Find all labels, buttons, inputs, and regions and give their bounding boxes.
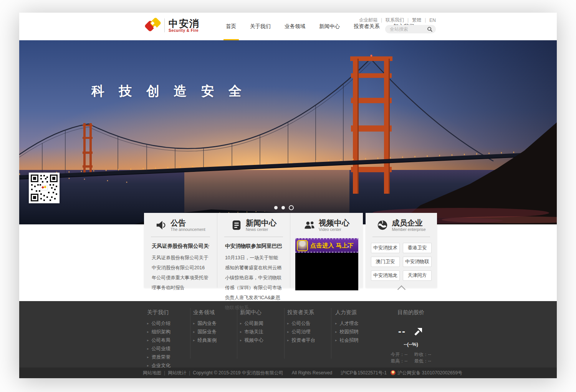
stock-low: 最低：-- xyxy=(414,358,431,364)
rights-text: All Rights Reserved xyxy=(292,370,332,376)
carousel-dots xyxy=(274,205,294,210)
footer-divider xyxy=(190,308,190,359)
carousel-dot-2[interactable] xyxy=(281,206,285,209)
stock-open: 今开：-- xyxy=(391,352,407,357)
police-badge-icon xyxy=(391,370,396,375)
link-enterprise-mail[interactable]: 企业邮箱 xyxy=(359,17,386,23)
speaker-icon xyxy=(156,219,167,231)
footer-link[interactable]: 国内业务 xyxy=(193,320,217,328)
footer-link[interactable]: 国际业务 xyxy=(193,328,217,336)
footer-link[interactable]: 公司治理 xyxy=(287,328,315,336)
member-button-6[interactable]: 天津同方 xyxy=(403,270,432,281)
announcement-header[interactable]: 公告 The announcement xyxy=(144,213,217,232)
nav-item-home[interactable]: 首页 xyxy=(219,13,243,40)
feature-panels: 公告 The announcement 天风证券股份有限公司关于中.. 天风证券… xyxy=(144,213,363,288)
footer-link[interactable]: 市场关注 xyxy=(240,328,263,336)
police-record-link[interactable]: 沪公网安备 31010702002659号 xyxy=(397,370,462,376)
video-header[interactable]: 视频中心 Video center xyxy=(290,213,363,232)
page-card: 中安消 Security & Fire 首页 关于我们 业务领域 新闻中心 投资… xyxy=(19,13,557,378)
stock-heading: 目前的股价 xyxy=(367,309,455,316)
video-title: 视频中心 xyxy=(319,219,349,227)
news-item-title[interactable]: 中安消物联参加阿里巴巴云栖.. xyxy=(225,243,282,250)
footer-heading: 人力资源 xyxy=(335,309,359,316)
footer-heading: 关于我们 xyxy=(147,309,170,316)
footer-col-business: 业务领域 国内业务 国际业务 经典案例 xyxy=(193,309,217,345)
footer-link[interactable]: 公司业绩 xyxy=(147,345,170,353)
footer-link[interactable]: 公司公告 xyxy=(287,320,315,328)
member-button-3[interactable]: 澳门卫安 xyxy=(371,257,400,267)
company-logo[interactable]: 中安消 Security & Fire xyxy=(145,18,200,33)
footer-col-about: 关于我们 公司介绍 组织架构 公司布局 公司业绩 资质荣誉 企业文化 xyxy=(147,309,170,370)
footer-link[interactable]: 资质荣誉 xyxy=(147,353,170,362)
news-item-body: 10月13日，一场关于智能感知的饕餮盛宴在杭州云栖小镇惊艳启幕，中安消物联传感（… xyxy=(225,253,282,313)
footer-link[interactable]: 组织架构 xyxy=(147,328,170,336)
stock-price-widget: 目前的股价 -- --(--%) 今开：-- 昨收：-- 最高：-- 最低：-- xyxy=(367,309,455,364)
footer-divider xyxy=(284,308,285,359)
nav-item-business[interactable]: 业务领域 xyxy=(278,13,312,40)
link-contact-us[interactable]: 联系我们 xyxy=(386,17,412,23)
announcement-item-body: 天风证券股份有限公司关于中安消股份有限公司2016年公司债券重大事项受托管理事务… xyxy=(152,253,209,293)
footer-link[interactable]: 社会招聘 xyxy=(335,336,359,345)
member-button-4[interactable]: 中安消物联 xyxy=(403,257,432,267)
footer-link[interactable]: 公司介绍 xyxy=(147,320,170,328)
footer-link[interactable]: 投资者平台 xyxy=(287,336,315,345)
hero-banner: 科 技 创 造 安 全 xyxy=(19,40,557,224)
copyright-text: Copyright © 2015-2019 中安消股份有限公司 xyxy=(193,370,283,376)
footer-col-news: 新闻中心 公司新闻 市场关注 视频中心 xyxy=(240,309,263,345)
footer-divider xyxy=(331,308,331,359)
link-english[interactable]: EN xyxy=(429,18,436,23)
search-input[interactable] xyxy=(390,26,427,32)
qr-code xyxy=(29,173,60,203)
link-traditional-chinese[interactable]: 繁體 xyxy=(412,17,429,23)
stock-prev-close: 昨收：-- xyxy=(414,352,431,357)
announcement-item-title[interactable]: 天风证券股份有限公司关于中.. xyxy=(152,243,209,250)
ad-avatar xyxy=(297,240,308,251)
copyright-bar: 网站地图网站统计Copyright © 2015-2019 中安消股份有限公司A… xyxy=(19,367,557,378)
news-panel: 新闻中心 News center 中安消物联参加阿里巴巴云栖.. 10月13日，… xyxy=(217,213,290,288)
sitemap-link[interactable]: 网站地图 xyxy=(143,370,161,376)
nav-item-news[interactable]: 新闻中心 xyxy=(312,13,347,40)
footer-link[interactable]: 公司布局 xyxy=(147,336,170,345)
footer-col-hr: 人力资源 人才理念 校园招聘 社会招聘 xyxy=(335,309,359,345)
video-thumbnail[interactable]: 点击进入 马上下 × xyxy=(295,238,358,290)
news-header[interactable]: 新闻中心 News center xyxy=(217,213,290,232)
news-title: 新闻中心 xyxy=(246,219,276,227)
member-button-1[interactable]: 中安消技术 xyxy=(371,243,400,253)
video-ad-banner: 点击进入 马上下 × xyxy=(295,238,358,253)
logo-divider xyxy=(164,18,165,32)
member-company-grid: 中安消技术 香港卫安 澳门卫安 中安消物联 中安消旭龙 天津同方 xyxy=(366,237,437,281)
news-document-icon xyxy=(231,219,242,231)
ad-close-icon[interactable]: × xyxy=(347,245,349,249)
stock-high: 最高：-- xyxy=(391,358,407,364)
search-icon[interactable] xyxy=(427,26,433,32)
carousel-dot-3-active[interactable] xyxy=(289,205,294,210)
carousel-dot-1[interactable] xyxy=(274,206,278,209)
logo-tagline: Security & Fire xyxy=(169,28,200,33)
stock-arrow-icon[interactable] xyxy=(414,326,424,336)
nav-item-about[interactable]: 关于我们 xyxy=(243,13,278,40)
footer-link[interactable]: 人才理念 xyxy=(335,320,359,328)
footer-col-investor: 投资者关系 公司公告 公司治理 投资者平台 xyxy=(287,309,315,345)
video-panel: 视频中心 Video center 点击进入 马上下 × xyxy=(290,213,363,288)
icp-record-link[interactable]: 沪ICP备15022571号-1 xyxy=(341,370,387,376)
announcement-panel: 公告 The announcement 天风证券股份有限公司关于中.. 天风证券… xyxy=(144,213,217,288)
site-stats-link[interactable]: 网站统计 xyxy=(168,370,186,376)
members-panel: 成员企业 Member enterprise 中安消技术 香港卫安 澳门卫安 中… xyxy=(366,213,437,288)
site-header: 中安消 Security & Fire 首页 关于我们 业务领域 新闻中心 投资… xyxy=(19,13,557,40)
people-icon xyxy=(304,219,315,231)
member-button-2[interactable]: 香港卫安 xyxy=(403,243,432,253)
footer-link[interactable]: 校园招聘 xyxy=(335,328,359,336)
members-header[interactable]: 成员企业 Member enterprise xyxy=(366,213,437,232)
members-subtitle: Member enterprise xyxy=(392,227,425,232)
logo-mark-icon xyxy=(145,18,162,33)
footer-heading: 业务领域 xyxy=(193,309,217,316)
announcement-subtitle: The announcement xyxy=(170,227,205,232)
footer-link[interactable]: 视频中心 xyxy=(240,336,263,345)
chevron-up-icon[interactable] xyxy=(397,285,405,293)
footer-link[interactable]: 经典案例 xyxy=(193,336,217,345)
footer-link[interactable]: 公司新闻 xyxy=(240,320,263,328)
footer-divider xyxy=(237,308,237,359)
member-button-5[interactable]: 中安消旭龙 xyxy=(371,270,400,281)
logo-name: 中安消 xyxy=(169,18,200,28)
news-subtitle: News center xyxy=(246,227,276,232)
